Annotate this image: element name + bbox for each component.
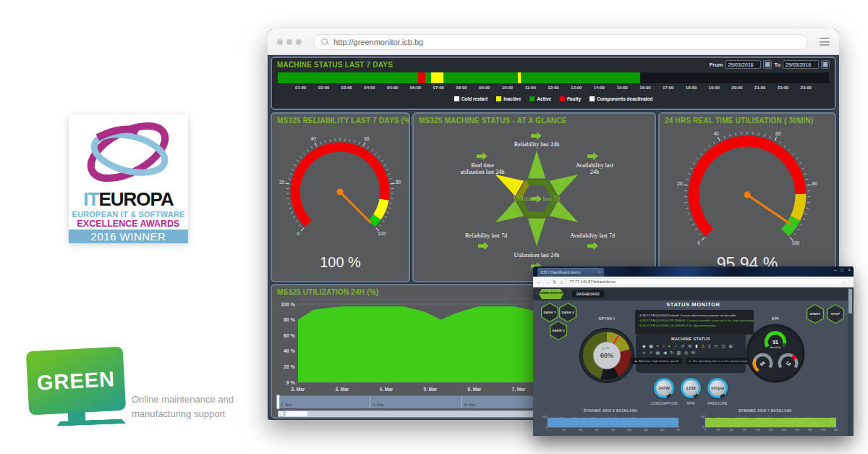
maximize-icon[interactable]: □ bbox=[841, 267, 843, 272]
svg-text:0: 0 bbox=[547, 429, 548, 432]
log-line: 4:28:27 PM [D04402] Infeed: Current offs… bbox=[639, 313, 749, 318]
knob-pressure: 147psi bbox=[707, 378, 728, 398]
hour-label: 01:00 bbox=[295, 85, 306, 90]
glance-label-top-left-2: utilization last 24h bbox=[461, 169, 505, 175]
svg-text:1500: 1500 bbox=[781, 429, 786, 432]
svg-text:800: 800 bbox=[611, 429, 615, 432]
legend-swatch bbox=[590, 96, 595, 101]
hex-button-label: DASH 2 bbox=[562, 311, 574, 314]
calendar-icon[interactable]: ▦ bbox=[763, 60, 772, 69]
svg-text:7. Mar: 7. Mar bbox=[512, 387, 526, 392]
svg-text:6. Mar: 6. Mar bbox=[468, 387, 482, 392]
window-titlebar[interactable]: ICB | Dashboard demo × – □ × bbox=[533, 266, 854, 277]
svg-text:1000: 1000 bbox=[627, 429, 632, 432]
hour-label: 05:00 bbox=[387, 85, 398, 90]
url-text[interactable]: 77.77.140.87/#/dashdemo bbox=[569, 279, 616, 284]
status-segment-active bbox=[425, 72, 431, 83]
nav-item-dashboard[interactable]: DASHBOARD bbox=[572, 290, 604, 298]
navigator-handle[interactable] bbox=[276, 395, 280, 409]
gauge-value: 100 % bbox=[272, 254, 409, 271]
card-title: MACHINE STATUS bbox=[636, 337, 746, 341]
svg-text:20: 20 bbox=[677, 181, 683, 186]
glance-label-top-left: Real time bbox=[471, 162, 494, 169]
calendar-icon[interactable]: ▦ bbox=[821, 60, 830, 69]
legend-item: Inactive bbox=[496, 96, 521, 101]
glance-label-top: Reliability last 24h bbox=[514, 141, 559, 148]
scroll-left-button[interactable] bbox=[278, 411, 284, 417]
scrollbar-thumb[interactable] bbox=[848, 289, 852, 314]
dash-2-button[interactable]: DASH 2 bbox=[559, 303, 576, 322]
navigator-band[interactable]: 4. Mar bbox=[370, 396, 461, 408]
svg-text:2. Mar: 2. Mar bbox=[292, 387, 305, 392]
status-icons-row-2: ∞↗▤◀↻▥◎✉ bbox=[636, 350, 746, 355]
refresh-icon[interactable]: ↻ bbox=[553, 279, 557, 285]
stop-button[interactable]: STOP bbox=[827, 304, 844, 324]
bookmark-star-icon[interactable]: ☆ bbox=[843, 279, 846, 285]
hour-label: 08:00 bbox=[456, 85, 467, 90]
hour-label: 22:00 bbox=[778, 85, 788, 90]
circle-icon: ○ bbox=[662, 344, 665, 348]
status-segment-inactive bbox=[431, 72, 444, 83]
address-bar[interactable]: http://greenmonitor.icb.bg bbox=[313, 34, 808, 50]
minimize-icon[interactable]: – bbox=[834, 267, 837, 272]
svg-text:500: 500 bbox=[730, 429, 733, 432]
status-segment-active bbox=[443, 72, 518, 83]
close-dot-icon[interactable] bbox=[277, 39, 283, 45]
menu-icon[interactable] bbox=[820, 36, 830, 48]
check-icon: ✓ bbox=[674, 344, 678, 348]
svg-text:60: 60 bbox=[775, 131, 781, 136]
tab-title[interactable]: ICB | Dashboard demo bbox=[540, 270, 596, 274]
navigator-band[interactable]: 2. Mar bbox=[278, 396, 370, 408]
scrollbar-thumb[interactable] bbox=[286, 411, 307, 416]
navigator-label: 2. Mar bbox=[281, 403, 292, 407]
hour-label: 11:00 bbox=[525, 85, 536, 90]
dash-3-button[interactable]: DASH 3 bbox=[550, 321, 567, 340]
forward-icon[interactable]: → bbox=[545, 279, 550, 285]
arrow-right-icon bbox=[531, 132, 542, 140]
svg-text:1200: 1200 bbox=[644, 429, 649, 432]
alert-text: The operating time is in the normal rang… bbox=[692, 359, 747, 363]
tab-close-icon[interactable]: × bbox=[598, 270, 601, 274]
monitor-icon: ▭ bbox=[714, 344, 718, 348]
hour-label: 14:00 bbox=[594, 85, 605, 90]
start-button[interactable]: START bbox=[807, 304, 824, 324]
hour-label: 16:00 bbox=[639, 85, 650, 90]
svg-text:400: 400 bbox=[579, 429, 582, 432]
trend-icon: ↗ bbox=[649, 350, 652, 355]
to-date-field[interactable]: 29/03/2016 bbox=[783, 60, 819, 69]
close-icon[interactable]: × bbox=[848, 267, 851, 272]
brand-logo[interactable]: GREEN MONITOR bbox=[539, 289, 563, 299]
backlash-y-chart: 7000025050075010001250150017502000225025… bbox=[699, 414, 838, 433]
back-icon[interactable]: ← bbox=[537, 279, 542, 285]
legend-label: Faulty bbox=[567, 96, 581, 101]
alert-text: Attention: high rotation speed! bbox=[639, 359, 679, 363]
link-icon: ∞ bbox=[642, 350, 645, 355]
address-bar[interactable]: 77.77.140.87/#/dashdemo ☆ bbox=[566, 278, 850, 285]
from-date-field[interactable]: 29/03/2016 bbox=[725, 60, 761, 69]
panel-title: MS325 RELIABILITY LAST 7 DAYS (%) bbox=[272, 114, 409, 127]
url-text[interactable]: http://greenmonitor.icb.bg bbox=[333, 38, 423, 46]
dash-1-button[interactable]: DASH 1 bbox=[541, 303, 558, 322]
minimize-dot-icon[interactable] bbox=[286, 39, 292, 45]
status-alert-pill: ▲Attention: high rotation speed! bbox=[631, 358, 681, 364]
glance-label-top-right: Availability last bbox=[576, 162, 614, 169]
vertical-scrollbar[interactable] bbox=[848, 287, 853, 436]
home-icon[interactable]: ⌂ bbox=[560, 279, 563, 285]
rows-icon: ▤ bbox=[656, 350, 660, 355]
arrow-right-icon bbox=[587, 152, 598, 160]
svg-text:3. Mar: 3. Mar bbox=[336, 387, 349, 392]
glance-label-center: Utilization last 7d bbox=[514, 195, 561, 202]
browser-tab[interactable]: ICB | Dashboard demo × bbox=[537, 268, 604, 277]
arrow-right-icon bbox=[477, 152, 488, 160]
from-label: From bbox=[710, 62, 723, 68]
dashboard-page: GREEN MONITOR DASHBOARD STATUS MONITOR D… bbox=[533, 287, 854, 436]
tool-icon: ◆ bbox=[642, 344, 646, 348]
legend-swatch bbox=[529, 96, 535, 101]
availability-label: Availability bbox=[770, 346, 781, 349]
window-traffic-lights[interactable] bbox=[277, 39, 302, 45]
maximize-dot-icon[interactable] bbox=[296, 39, 302, 45]
legend-swatch bbox=[496, 96, 501, 101]
award-subtitle-2: EXCELLENCE AWARDS bbox=[69, 219, 188, 229]
award-brand: ITEUROPA bbox=[69, 190, 188, 209]
svg-text:750: 750 bbox=[743, 429, 746, 432]
